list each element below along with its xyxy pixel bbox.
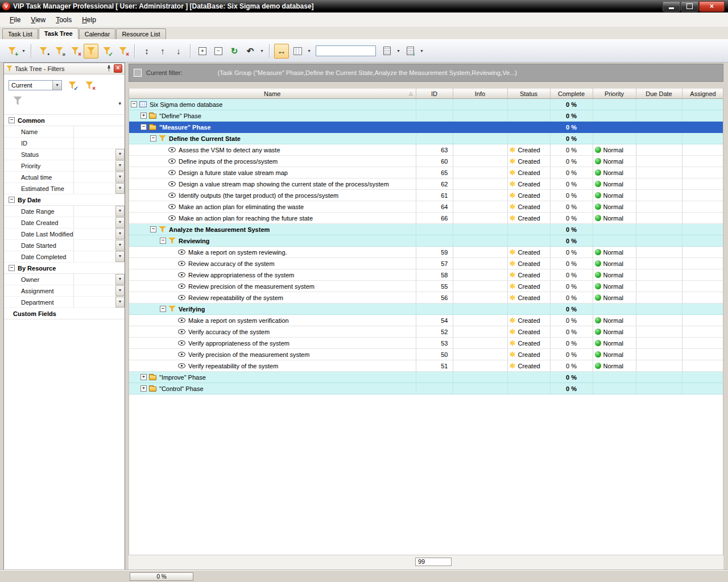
filter-item-value[interactable] [73, 251, 115, 262]
filter-item-value[interactable] [73, 228, 115, 239]
collapse-icon[interactable]: − [160, 238, 166, 244]
filter-item-value[interactable] [73, 138, 115, 148]
clear-filter-button[interactable] [115, 44, 130, 59]
move-task-button[interactable]: ↕ [139, 44, 154, 59]
collapse-icon[interactable]: − [160, 306, 166, 312]
filter-item-name[interactable]: Name [4, 126, 125, 138]
filter-item-date-created[interactable]: Date Created▾ [4, 217, 125, 228]
filter-item-value[interactable] [73, 172, 115, 182]
filter-item-date-last-modified[interactable]: Date Last Modified▾ [4, 228, 125, 240]
chevron-down-icon[interactable]: ▾ [115, 274, 125, 285]
filter-preset-combo[interactable]: Current ▾ [9, 80, 62, 90]
filter-item-assignment[interactable]: Assignment▾ [4, 285, 125, 297]
filter-section-common[interactable]: −Common [4, 115, 125, 126]
tab-task-tree[interactable]: Task Tree [39, 28, 78, 39]
column-header-info[interactable]: Info [453, 89, 507, 99]
group-row[interactable]: +"Control" Phase0 % [129, 383, 723, 394]
task-row[interactable]: Make a report on system verification54Cr… [129, 315, 723, 326]
delete-task-button[interactable] [68, 44, 82, 59]
chevron-down-icon[interactable]: ▾ [20, 44, 27, 58]
filter-section-by-date[interactable]: −By Date [4, 194, 125, 206]
group-row[interactable]: −Reviewing0 % [129, 235, 723, 247]
tab-calendar[interactable]: Calendar [79, 28, 116, 39]
panel-menu-button[interactable]: ▾ [118, 101, 121, 106]
tab-resource-list[interactable]: Resource List [116, 28, 166, 39]
panel-apply-filter-button[interactable] [65, 79, 79, 92]
collapse-icon[interactable]: − [150, 135, 156, 142]
filter-item-value[interactable] [73, 285, 115, 296]
chevron-down-icon[interactable]: ▾ [115, 149, 125, 160]
column-header-complete[interactable]: Complete [550, 89, 593, 99]
collapse-icon[interactable]: − [131, 101, 137, 107]
chevron-down-icon[interactable]: ▾ [115, 240, 125, 251]
panel-reset-filter-button[interactable] [82, 79, 96, 92]
chevron-down-icon[interactable]: ▾ [259, 44, 265, 58]
close-filters-button[interactable]: × [114, 64, 122, 73]
group-row[interactable]: −Analyze the Measurement System0 % [129, 224, 723, 235]
column-header-status[interactable]: Status [507, 89, 550, 99]
filter-item-value[interactable] [73, 240, 115, 251]
group-row[interactable]: −Verifying0 % [129, 304, 723, 315]
pin-icon[interactable] [106, 65, 111, 72]
task-row[interactable]: Make an action plan for eliminating the … [129, 201, 723, 213]
chevron-down-icon[interactable]: ▾ [115, 228, 125, 239]
filter-item-value[interactable] [73, 297, 115, 307]
chevron-down-icon[interactable]: ▾ [115, 206, 125, 217]
task-row[interactable]: Verify appropriateness of the system53Cr… [129, 338, 723, 349]
collapse-icon[interactable]: − [140, 124, 147, 130]
filter-item-owner[interactable]: Owner▾ [4, 274, 125, 285]
column-header-id[interactable]: ID [416, 89, 453, 99]
collapse-icon[interactable]: − [9, 197, 15, 203]
chevron-down-icon[interactable]: ▾ [115, 297, 125, 307]
filter-item-value[interactable] [73, 217, 115, 228]
filter-item-department[interactable]: Department▾ [4, 297, 125, 308]
filter-item-value[interactable] [73, 206, 115, 217]
minimize-button[interactable] [663, 1, 680, 12]
filter-item-actual-time[interactable]: Actual time▾ [4, 172, 125, 183]
task-row[interactable]: Make a report on system reviewing.59Crea… [129, 247, 723, 258]
filter-toggle-button[interactable] [84, 44, 98, 59]
task-row[interactable]: Assess the VSM to detect any waste63Crea… [129, 144, 723, 156]
filter-item-value[interactable] [73, 149, 115, 160]
filter-item-date-range[interactable]: Date Range▾ [4, 206, 125, 217]
collapse-icon[interactable]: − [9, 265, 15, 271]
expand-icon[interactable]: + [140, 113, 147, 119]
filter-item-status[interactable]: Status▾ [4, 149, 125, 160]
filter-item-value[interactable] [73, 183, 115, 194]
filter-item-value[interactable] [73, 126, 115, 137]
toolbar-search-input[interactable] [316, 45, 376, 56]
group-row[interactable]: −"Measure" Phase0 % [129, 122, 723, 133]
collapse-all-button[interactable]: − [211, 44, 226, 59]
filter-item-estimated-time[interactable]: Estimated Time▾ [4, 183, 125, 194]
expand-icon[interactable]: + [140, 374, 147, 380]
tab-task-list[interactable]: Task List [2, 28, 38, 39]
filter-item-date-started[interactable]: Date Started▾ [4, 240, 125, 251]
chevron-down-icon[interactable]: ▾ [115, 251, 125, 262]
task-row[interactable]: Review accuracy of the system57Created0 … [129, 258, 723, 269]
apply-filter-button[interactable] [100, 44, 114, 59]
filter-item-date-completed[interactable]: Date Completed▾ [4, 251, 125, 263]
task-row[interactable]: Define inputs of the process/system60Cre… [129, 156, 723, 167]
move-down-button[interactable]: ↓ [171, 44, 186, 59]
undo-button[interactable]: ↶ [243, 44, 258, 59]
filter-item-value[interactable] [73, 274, 115, 285]
filter-item-priority[interactable]: Priority▾ [4, 160, 125, 172]
task-row[interactable]: Identify outputs (the target product) of… [129, 190, 723, 201]
chevron-down-icon[interactable]: ▾ [419, 44, 425, 58]
maximize-button[interactable] [681, 1, 698, 12]
column-header-priority[interactable]: Priority [593, 89, 636, 99]
task-row[interactable]: Review repeatability of the system56Crea… [129, 292, 723, 304]
task-row[interactable]: Review appropriateness of the system58Cr… [129, 269, 723, 281]
chevron-down-icon[interactable]: ▾ [115, 285, 125, 296]
task-row[interactable]: Verify precision of the measurement syst… [129, 349, 723, 360]
collapse-icon[interactable]: − [150, 226, 156, 232]
menu-file[interactable]: File [5, 14, 26, 26]
print-button[interactable] [379, 44, 394, 59]
task-row[interactable]: Make an action plan for reaching the fut… [129, 213, 723, 224]
task-row[interactable]: Design a future state value stream map65… [129, 167, 723, 178]
columns-button[interactable] [290, 44, 305, 59]
fit-columns-button[interactable]: ↔ [274, 44, 289, 59]
menu-help[interactable]: Help [77, 14, 101, 26]
task-row[interactable]: Design a value stream map showing the cu… [129, 178, 723, 190]
menu-view[interactable]: View [26, 14, 51, 26]
